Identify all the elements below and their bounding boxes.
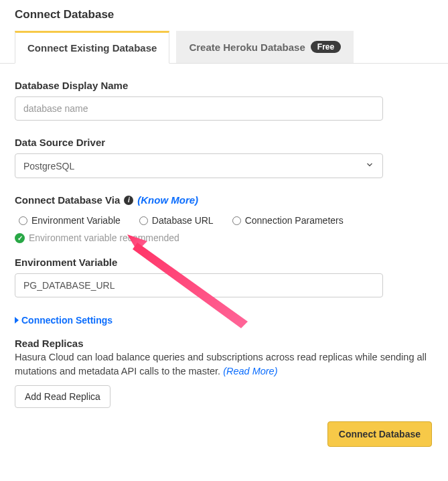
tab-create-heroku[interactable]: Create Heroku Database Free: [176, 31, 354, 63]
chevron-down-icon: [365, 160, 374, 171]
connection-settings-toggle[interactable]: Connection Settings: [15, 315, 433, 326]
tab-connect-existing[interactable]: Connect Existing Database: [15, 31, 169, 64]
info-icon: i: [124, 196, 133, 205]
radio-icon: [232, 216, 241, 225]
tab-label: Connect Existing Database: [27, 42, 157, 54]
radio-icon: [139, 216, 148, 225]
env-var-label: Environment Variable: [15, 257, 433, 268]
read-replicas-title: Read Replicas: [15, 338, 433, 349]
know-more-link[interactable]: (Know More): [137, 194, 198, 206]
connect-via-label: Connect Database Via i (Know More): [15, 194, 433, 206]
driver-select[interactable]: PostgreSQL: [15, 153, 383, 178]
recommended-text: Environment variable recommended: [29, 232, 179, 243]
connection-settings-label: Connection Settings: [21, 315, 113, 326]
radio-label: Connection Parameters: [245, 215, 344, 226]
add-read-replica-button[interactable]: Add Read Replica: [15, 385, 110, 408]
driver-label: Data Source Driver: [15, 137, 433, 148]
caret-right-icon: [15, 317, 19, 324]
driver-value: PostgreSQL: [23, 161, 74, 171]
radio-label: Environment Variable: [31, 215, 121, 226]
display-name-label: Database Display Name: [15, 80, 433, 91]
env-var-input[interactable]: [15, 273, 383, 297]
read-more-link[interactable]: (Read More): [223, 366, 277, 376]
radio-connection-params[interactable]: Connection Parameters: [232, 215, 344, 226]
replicas-desc-text: Hasura Cloud can load balance queries an…: [15, 352, 427, 376]
radio-database-url[interactable]: Database URL: [139, 215, 214, 226]
connect-database-button[interactable]: Connect Database: [327, 421, 432, 447]
recommended-note: ✓ Environment variable recommended: [15, 232, 433, 243]
connect-via-text: Connect Database Via: [15, 194, 120, 206]
tabs-row: Connect Existing Database Create Heroku …: [0, 31, 448, 64]
free-badge: Free: [311, 41, 341, 53]
display-name-input[interactable]: [15, 96, 383, 121]
radio-icon: [19, 216, 27, 225]
check-circle-icon: ✓: [15, 233, 25, 243]
radio-env-variable[interactable]: Environment Variable: [19, 215, 121, 226]
tab-label: Create Heroku Database: [189, 42, 305, 53]
page-title: Connect Database: [0, 0, 448, 31]
radio-label: Database URL: [152, 215, 214, 226]
read-replicas-desc: Hasura Cloud can load balance queries an…: [15, 350, 433, 379]
